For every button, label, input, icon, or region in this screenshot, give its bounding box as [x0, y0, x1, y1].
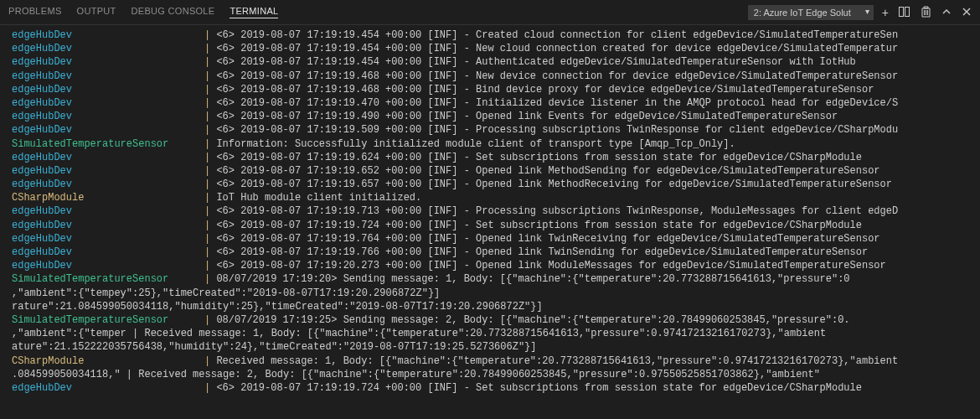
- log-message: <6> 2019-08-07 17:19:19.713 +00:00 [INF]…: [216, 205, 898, 217]
- pipe-separator: |: [204, 56, 216, 68]
- terminal-output[interactable]: edgeHubDev| <6> 2019-08-07 17:19:19.454 …: [0, 25, 980, 398]
- log-line: edgeHubDev| <6> 2019-08-07 17:19:19.652 …: [12, 164, 972, 178]
- log-line: SimulatedTemperatureSensor| 08/07/2019 1…: [12, 313, 972, 327]
- log-source: edgeHubDev: [12, 219, 204, 232]
- log-source: edgeHubDev: [12, 164, 204, 178]
- log-message: IoT Hub module client initialized.: [216, 192, 421, 204]
- new-terminal-icon[interactable]: +: [882, 7, 889, 18]
- pipe-separator: |: [204, 138, 216, 150]
- log-line: edgeHubDev| <6> 2019-08-07 17:19:19.454 …: [12, 28, 972, 42]
- svg-rect-0: [900, 7, 904, 16]
- pipe-separator: |: [204, 29, 216, 41]
- chevron-up-icon[interactable]: [941, 7, 952, 18]
- tab-terminal[interactable]: TERMINAL: [230, 6, 278, 18]
- log-source: CSharpModule: [12, 191, 204, 204]
- log-message: <6> 2019-08-07 17:19:19.454 +00:00 [INF]…: [216, 56, 855, 68]
- log-line: edgeHubDev| <6> 2019-08-07 17:19:20.273 …: [12, 259, 972, 272]
- log-source: edgeHubDev: [12, 42, 204, 55]
- tab-debug-console[interactable]: DEBUG CONSOLE: [132, 6, 215, 18]
- log-message: <6> 2019-08-07 17:19:19.468 +00:00 [INF]…: [216, 84, 874, 96]
- log-line: edgeHubDev| <6> 2019-08-07 17:19:19.713 …: [12, 204, 972, 218]
- split-terminal-icon[interactable]: [899, 6, 910, 19]
- pipe-separator: |: [204, 382, 216, 394]
- pipe-separator: |: [204, 152, 216, 163]
- log-continuation: ,"ambient":{"temper | Received message: …: [12, 328, 826, 339]
- log-source: CSharpModule: [12, 354, 204, 368]
- log-line: SimulatedTemperatureSensor| 08/07/2019 1…: [12, 272, 972, 286]
- pipe-separator: |: [204, 111, 216, 122]
- log-source: edgeHubDev: [12, 151, 204, 164]
- pipe-separator: |: [204, 205, 216, 217]
- log-line: edgeHubDev| <6> 2019-08-07 17:19:19.454 …: [12, 55, 972, 69]
- log-line: edgeHubDev| <6> 2019-08-07 17:19:19.624 …: [12, 151, 972, 164]
- log-source: edgeHubDev: [12, 110, 204, 123]
- pipe-separator: |: [204, 260, 216, 272]
- log-line: .084599050034118," | Received message: 2…: [12, 368, 972, 381]
- pipe-separator: |: [204, 124, 216, 136]
- pipe-separator: |: [204, 220, 216, 231]
- pipe-separator: |: [204, 314, 216, 326]
- pipe-separator: |: [204, 273, 216, 285]
- log-message: <6> 2019-08-07 17:19:19.454 +00:00 [INF]…: [216, 29, 898, 41]
- pipe-separator: |: [204, 84, 216, 96]
- log-source: edgeHubDev: [12, 259, 204, 272]
- log-message: <6> 2019-08-07 17:19:19.652 +00:00 [INF]…: [216, 165, 879, 177]
- svg-rect-1: [905, 7, 910, 16]
- log-line: edgeHubDev| <6> 2019-08-07 17:19:19.454 …: [12, 42, 972, 55]
- log-message: <6> 2019-08-07 17:19:19.766 +00:00 [INF]…: [216, 246, 868, 258]
- log-line: CSharpModule| Received message: 1, Body:…: [12, 354, 972, 368]
- log-line: ,"ambient":{"temper | Received message: …: [12, 327, 972, 340]
- log-source: edgeHubDev: [12, 83, 204, 96]
- log-message: <6> 2019-08-07 17:19:19.624 +00:00 [INF]…: [216, 152, 862, 163]
- log-line: edgeHubDev| <6> 2019-08-07 17:19:19.470 …: [12, 96, 972, 110]
- log-message: <6> 2019-08-07 17:19:19.764 +00:00 [INF]…: [216, 233, 879, 245]
- log-message: <6> 2019-08-07 17:19:19.468 +00:00 [INF]…: [216, 70, 898, 82]
- tab-problems[interactable]: PROBLEMS: [8, 6, 62, 18]
- log-line: edgeHubDev| <6> 2019-08-07 17:19:19.468 …: [12, 70, 972, 83]
- terminal-selector[interactable]: 2: Azure IoT Edge Solut: [748, 5, 874, 20]
- log-line: edgeHubDev| <6> 2019-08-07 17:19:19.724 …: [12, 381, 972, 395]
- log-source: SimulatedTemperatureSensor: [12, 313, 204, 327]
- log-message: <6> 2019-08-07 17:19:19.509 +00:00 [INF]…: [216, 124, 898, 136]
- log-continuation: rature":21.084599050034118,"humidity":25…: [12, 301, 543, 313]
- log-line: edgeHubDev| <6> 2019-08-07 17:19:19.657 …: [12, 178, 972, 191]
- log-message: Information: Successfully initialized mo…: [216, 138, 735, 150]
- panel-header: PROBLEMS OUTPUT DEBUG CONSOLE TERMINAL 2…: [0, 0, 980, 25]
- pipe-separator: |: [204, 165, 216, 177]
- tab-output[interactable]: OUTPUT: [77, 6, 116, 18]
- log-line: edgeHubDev| <6> 2019-08-07 17:19:19.468 …: [12, 83, 972, 96]
- log-source: SimulatedTemperatureSensor: [12, 272, 204, 286]
- pipe-separator: |: [204, 246, 216, 258]
- log-line: SimulatedTemperatureSensor| Information:…: [12, 137, 972, 151]
- log-line: edgeHubDev| <6> 2019-08-07 17:19:19.509 …: [12, 123, 972, 137]
- log-source: edgeHubDev: [12, 96, 204, 110]
- log-source: edgeHubDev: [12, 70, 204, 83]
- pipe-separator: |: [204, 178, 216, 190]
- pipe-separator: |: [204, 355, 216, 367]
- log-continuation: .084599050034118," | Received message: 2…: [12, 369, 820, 380]
- pipe-separator: |: [204, 43, 216, 54]
- kill-terminal-icon[interactable]: [921, 6, 931, 19]
- log-message: Received message: 1, Body: [{"machine":{…: [216, 355, 898, 367]
- log-message: <6> 2019-08-07 17:19:19.454 +00:00 [INF]…: [216, 43, 898, 54]
- log-line: edgeHubDev| <6> 2019-08-07 17:19:19.724 …: [12, 219, 972, 232]
- log-source: SimulatedTemperatureSensor: [12, 137, 204, 151]
- log-line: ,"ambient":{"tempey":25},"timeCreated":"…: [12, 287, 972, 300]
- log-line: CSharpModule| IoT Hub module client init…: [12, 191, 972, 204]
- pipe-separator: |: [204, 97, 216, 109]
- log-line: rature":21.084599050034118,"humidity":25…: [12, 300, 972, 313]
- pipe-separator: |: [204, 233, 216, 245]
- log-source: edgeHubDev: [12, 246, 204, 259]
- log-line: edgeHubDev| <6> 2019-08-07 17:19:19.490 …: [12, 110, 972, 123]
- close-icon[interactable]: [962, 7, 972, 18]
- log-message: 08/07/2019 17:19:20> Sending message: 1,…: [216, 273, 849, 285]
- log-message: <6> 2019-08-07 17:19:19.724 +00:00 [INF]…: [216, 220, 862, 231]
- log-source: edgeHubDev: [12, 381, 204, 395]
- log-line: edgeHubDev| <6> 2019-08-07 17:19:19.764 …: [12, 232, 972, 246]
- pipe-separator: |: [204, 192, 216, 204]
- log-source: edgeHubDev: [12, 28, 204, 42]
- log-source: edgeHubDev: [12, 178, 204, 191]
- pipe-separator: |: [204, 70, 216, 82]
- log-source: edgeHubDev: [12, 204, 204, 218]
- panel-tabs: PROBLEMS OUTPUT DEBUG CONSOLE TERMINAL: [8, 6, 278, 18]
